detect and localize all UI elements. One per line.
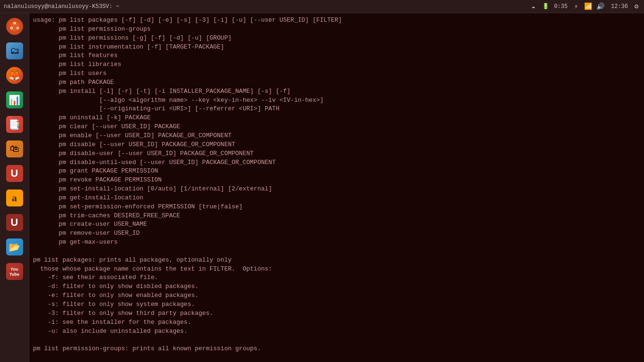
- ubuntu-u-icon: U: [6, 165, 23, 182]
- folder2-icon: 📂: [6, 239, 23, 255]
- sidebar-item-ubuntu2[interactable]: U: [3, 211, 26, 234]
- topbar-title: nalanulusoyy@nalanulusoyy-K53SV: ~: [4, 3, 119, 10]
- ubuntu-logo-icon: [6, 18, 23, 35]
- svg-point-5: [11, 27, 12, 28]
- files-icon: 🗂: [6, 42, 23, 59]
- terminal-output[interactable]: usage: pm list packages [-f] [-d] [-e] […: [29, 13, 644, 362]
- sidebar-item-youtube[interactable]: You Tube: [3, 260, 26, 283]
- sidebar-item-calc[interactable]: 📊: [3, 89, 26, 111]
- sidebar-item-folder[interactable]: 📂: [3, 236, 26, 258]
- sidebar-item-firefox[interactable]: 🦊: [3, 64, 26, 87]
- impress-icon: 📑: [6, 116, 23, 133]
- sidebar-item-files[interactable]: 🗂: [3, 40, 26, 62]
- main-layout: 🗂 🦊 📊 📑 🛍 U a U 📂 You Tu: [0, 13, 644, 362]
- wifi-icon[interactable]: 📶: [585, 3, 592, 10]
- svg-point-6: [17, 27, 18, 28]
- sidebar-item-bag[interactable]: 🛍: [3, 138, 26, 160]
- calc-icon: 📊: [6, 91, 23, 108]
- amazon-icon: a: [6, 189, 23, 206]
- sidebar-item-ubuntu[interactable]: [3, 15, 26, 38]
- firefox-icon: 🦊: [6, 67, 23, 84]
- battery-icon: 🔋: [542, 3, 549, 10]
- topbar: nalanulusoyy@nalanulusoyy-K53SV: ~ ☁ 🔋 0…: [0, 0, 644, 13]
- svg-point-4: [14, 23, 15, 24]
- sidebar-item-amazon[interactable]: a: [3, 187, 26, 209]
- bag-icon: 🛍: [6, 140, 23, 157]
- sidebar-item-ubuntu-u[interactable]: U: [3, 162, 26, 185]
- clock-time: 12:36: [611, 3, 628, 10]
- settings-icon[interactable]: ⚙: [633, 3, 640, 10]
- sidebar-item-impress[interactable]: 📑: [3, 113, 26, 136]
- topbar-right: ☁ 🔋 0:35 ⚡ 📶 🔊 12:36 ⚙: [529, 3, 640, 10]
- sidebar: 🗂 🦊 📊 📑 🛍 U a U 📂 You Tu: [0, 13, 29, 362]
- volume-icon[interactable]: 🔊: [597, 3, 604, 10]
- battery-text: 0:35: [554, 3, 568, 10]
- bluetooth-icon[interactable]: ⚡: [572, 3, 580, 10]
- cloud-icon[interactable]: ☁: [529, 3, 537, 10]
- youtube-icon: You Tube: [6, 263, 23, 280]
- ubuntu2-icon: U: [6, 214, 23, 231]
